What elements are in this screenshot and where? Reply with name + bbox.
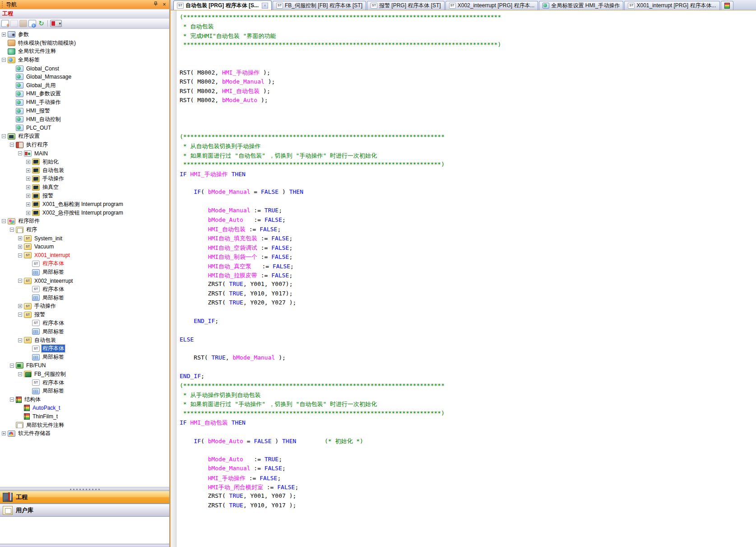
tree-item[interactable]: −全局标签: [0, 56, 169, 64]
tree-item[interactable]: HMI_报警: [0, 107, 169, 115]
main-icon: [24, 150, 32, 157]
tree-item[interactable]: ThinFilm_t: [0, 412, 169, 421]
collapse-icon[interactable]: −: [18, 313, 22, 317]
expand-icon[interactable]: +: [26, 202, 30, 206]
tree-item[interactable]: 程序本体: [0, 260, 169, 268]
paste-icon[interactable]: [19, 20, 27, 27]
tree-item[interactable]: Global_Const: [0, 64, 169, 73]
tree-item[interactable]: +参数: [0, 30, 169, 39]
tree-item[interactable]: HMI_自动控制: [0, 115, 169, 124]
collapse-icon[interactable]: −: [18, 279, 22, 283]
expand-icon[interactable]: +: [18, 245, 22, 249]
tree-item[interactable]: +抽真空: [0, 183, 169, 192]
tab-close-icon[interactable]: ×: [262, 3, 268, 9]
collapse-icon[interactable]: −: [10, 397, 14, 402]
editor-tab[interactable]: 报警 [PRG] 程序本体 [ST]: [367, 1, 445, 10]
panel-grip[interactable]: [1, 1, 5, 8]
editor-tab[interactable]: X002_inteerrupt [PRG] 程序本...: [445, 1, 538, 10]
tree-item[interactable]: +自动包装: [0, 166, 169, 175]
tree-item[interactable]: 局部标签: [0, 294, 169, 302]
expand-icon[interactable]: +: [26, 211, 30, 215]
tree-item[interactable]: +System_init: [0, 234, 169, 243]
tree-item[interactable]: −MAIN: [0, 149, 169, 158]
tree-item[interactable]: 程序本体: [0, 285, 169, 294]
copy-icon[interactable]: [10, 20, 18, 27]
expand-icon[interactable]: +: [26, 194, 30, 198]
collapse-icon[interactable]: −: [18, 372, 22, 376]
tree-item[interactable]: −自动包装: [0, 336, 169, 345]
tree-item[interactable]: 程序本体: [0, 319, 169, 327]
nav-collapsed-bar[interactable]: [0, 544, 169, 547]
tree-item[interactable]: HMI_参数设置: [0, 90, 169, 98]
tree-item[interactable]: 全局软元件注释: [0, 47, 169, 56]
tree-item[interactable]: −报警: [0, 310, 169, 319]
expand-icon[interactable]: +: [18, 304, 22, 308]
tree-item[interactable]: −X002_inteerrupt: [0, 276, 169, 285]
tree-item[interactable]: −程序部件: [0, 217, 169, 226]
collapse-icon[interactable]: −: [10, 228, 14, 232]
tree-item[interactable]: 局部标签: [0, 327, 169, 336]
tree-item-label: HMI_报警: [25, 107, 51, 115]
nav-button-project[interactable]: 工程: [0, 491, 169, 504]
collapse-icon[interactable]: −: [18, 253, 22, 257]
tree-item[interactable]: −FB/FUN: [0, 361, 169, 370]
expand-icon[interactable]: +: [26, 177, 30, 181]
expand-icon[interactable]: +: [26, 168, 30, 173]
st-file-icon: [628, 3, 635, 9]
tree-item[interactable]: 程序本体: [0, 344, 169, 353]
pin-icon[interactable]: [152, 1, 159, 8]
editor-tab[interactable]: [721, 1, 733, 10]
data-property-icon[interactable]: [28, 20, 36, 27]
tree-item[interactable]: 局部软元件注释: [0, 421, 169, 430]
tree-item[interactable]: −执行程序: [0, 140, 169, 149]
tree-item[interactable]: +软元件存储器: [0, 429, 169, 438]
collapse-icon[interactable]: −: [10, 364, 14, 368]
st-code-editor[interactable]: (***************************************…: [176, 10, 756, 547]
nav-button-user-library[interactable]: 用户库: [0, 504, 169, 517]
expand-icon[interactable]: +: [2, 33, 6, 37]
expand-icon[interactable]: +: [26, 185, 30, 189]
pou-icon: [32, 210, 40, 216]
tree-item[interactable]: +X002_急停按钮 Interrupt program: [0, 209, 169, 217]
refresh-icon[interactable]: ↻: [37, 20, 45, 27]
tree-item[interactable]: 特殊模块(智能功能模块): [0, 39, 169, 47]
tree-item[interactable]: −程序设置: [0, 132, 169, 141]
panel-splitter[interactable]: [0, 487, 169, 491]
sort-display-icon[interactable]: [50, 20, 62, 27]
new-data-icon[interactable]: [1, 20, 9, 27]
tree-item[interactable]: −结构体: [0, 395, 169, 404]
editor-tab[interactable]: 自动包装 [PRG] 程序本体 [S...×: [173, 0, 272, 10]
tree-item[interactable]: −FB_伺服控制: [0, 370, 169, 379]
tree-item[interactable]: Global_Mmassage: [0, 73, 169, 81]
tree-item[interactable]: 程序本体: [0, 379, 169, 387]
tree-item[interactable]: +报警: [0, 192, 169, 200]
tree-item[interactable]: 局部标签: [0, 387, 169, 395]
tree-item[interactable]: AutoPack_t: [0, 404, 169, 412]
collapse-icon[interactable]: −: [2, 134, 6, 138]
tree-item[interactable]: −程序: [0, 225, 169, 234]
tree-item[interactable]: 局部标签: [0, 353, 169, 361]
close-icon[interactable]: ×: [161, 1, 168, 8]
tree-item[interactable]: −X001_interrupt: [0, 251, 169, 260]
expand-icon[interactable]: +: [18, 236, 22, 240]
tree-item[interactable]: +手动操作: [0, 175, 169, 183]
editor-tab[interactable]: FB_伺服控制 [FB] 程序本体 [ST]: [273, 1, 366, 10]
editor-tab[interactable]: X001_interrupt [PRG] 程序本体...: [624, 1, 719, 10]
tree-item[interactable]: +X001_色标检测 Interrupt program: [0, 200, 169, 209]
tree-item[interactable]: 局部标签: [0, 268, 169, 276]
collapse-icon[interactable]: −: [2, 219, 6, 223]
expand-icon[interactable]: +: [26, 160, 30, 164]
tree-item[interactable]: Global_共用: [0, 81, 169, 90]
expand-icon[interactable]: +: [2, 431, 6, 435]
collapse-icon[interactable]: −: [18, 338, 22, 342]
collapse-icon[interactable]: −: [18, 151, 22, 155]
collapse-icon[interactable]: −: [10, 143, 14, 147]
collapse-icon[interactable]: −: [2, 58, 6, 62]
tree-item[interactable]: HMI_手动操作: [0, 98, 169, 107]
tree-item[interactable]: +Vacuum: [0, 243, 169, 251]
tree-item[interactable]: +手动操作: [0, 302, 169, 311]
tree-item[interactable]: +初始化: [0, 158, 169, 166]
editor-tab[interactable]: 全局标签设置 HMI_手动操作: [539, 1, 623, 10]
tree-item[interactable]: PLC_OUT: [0, 124, 169, 132]
structf-icon: [16, 397, 22, 403]
